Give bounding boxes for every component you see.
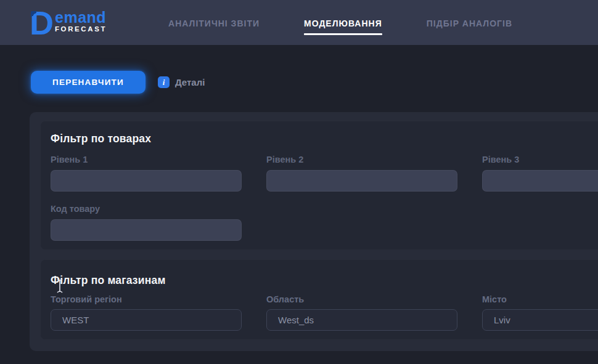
details-label: Деталі xyxy=(175,77,205,87)
filters-panel: Фільтр по товарах Рівень 1 Рівень 2 Ріве… xyxy=(30,112,598,351)
level2-input[interactable] xyxy=(266,170,457,192)
nav-tab-analytic-reports[interactable]: АНАЛІТИЧНІ ЗВІТИ xyxy=(168,18,260,28)
details-toggle[interactable]: i Деталі xyxy=(158,76,205,88)
stores-fields-row: Торговий регіон Область Місто xyxy=(51,287,598,331)
logo-name: emand xyxy=(55,10,107,25)
field-city-label: Місто xyxy=(482,295,598,304)
oblast-input[interactable] xyxy=(266,309,457,331)
logo-d-icon: D xyxy=(30,9,52,37)
top-navbar: D emand FORECAST АНАЛІТИЧНІ ЗВІТИ МОДЕЛЮ… xyxy=(0,0,598,45)
level1-input[interactable] xyxy=(51,170,242,192)
stores-filter-card: Фільтр по магазинам Торговий регіон Обла… xyxy=(40,259,598,340)
field-level2-label: Рівень 2 xyxy=(266,155,457,164)
field-trade-region-label: Торговий регіон xyxy=(51,295,242,304)
field-product-code: Код товару xyxy=(51,195,242,241)
field-level3-label: Рівень 3 xyxy=(482,155,598,164)
field-oblast-label: Область xyxy=(266,295,457,304)
products-fields-row1: Рівень 1 Рівень 2 Рівень 3 xyxy=(51,145,598,192)
info-icon[interactable]: i xyxy=(158,76,170,88)
field-level1: Рівень 1 xyxy=(51,145,242,192)
logo-subtitle: FORECAST xyxy=(55,25,107,33)
level3-input[interactable] xyxy=(482,170,598,192)
city-input[interactable] xyxy=(482,309,598,331)
field-level2: Рівень 2 xyxy=(266,145,457,192)
products-card-title: Фільтр по товарах xyxy=(51,132,598,145)
trade-region-input[interactable] xyxy=(51,309,242,331)
retrain-button[interactable]: ПЕРЕНАВЧИТИ xyxy=(31,71,145,94)
app-logo[interactable]: D emand FORECAST xyxy=(30,9,107,37)
field-product-code-label: Код товару xyxy=(51,204,242,213)
products-filter-card: Фільтр по товарах Рівень 1 Рівень 2 Ріве… xyxy=(40,121,598,250)
field-city: Місто xyxy=(482,287,598,331)
product-code-input[interactable] xyxy=(51,219,242,241)
stores-card-title: Фільтр по магазинам xyxy=(51,274,598,287)
nav-tab-analogs[interactable]: ПІДБІР АНАЛОГІВ xyxy=(427,18,512,28)
field-trade-region: Торговий регіон xyxy=(51,287,242,331)
field-level1-label: Рівень 1 xyxy=(51,155,242,164)
logo-text: emand FORECAST xyxy=(55,10,107,33)
field-level3: Рівень 3 xyxy=(482,145,598,192)
field-oblast: Область xyxy=(266,287,457,331)
main-nav: АНАЛІТИЧНІ ЗВІТИ МОДЕЛЮВАННЯ ПІДБІР АНАЛ… xyxy=(168,18,512,28)
products-fields-row2: Код товару xyxy=(51,195,598,241)
nav-tab-modeling[interactable]: МОДЕЛЮВАННЯ xyxy=(304,18,382,28)
